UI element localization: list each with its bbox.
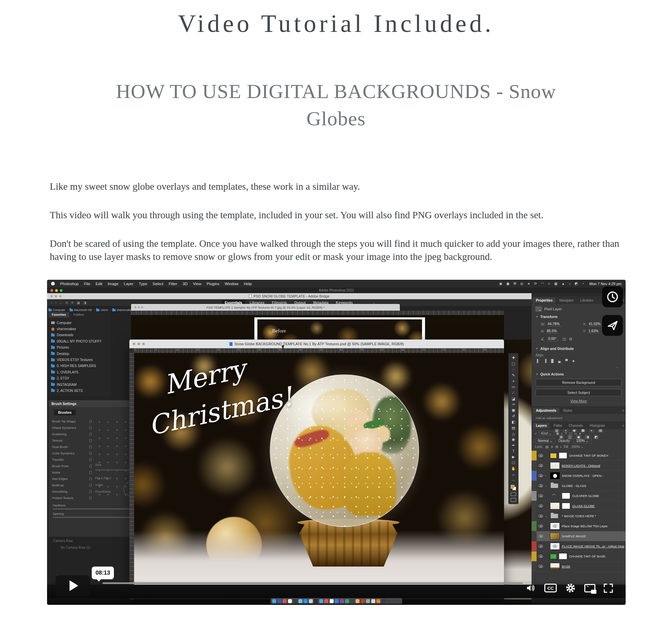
brush-option[interactable]: Color Dynamics bbox=[52, 450, 92, 456]
layer-row[interactable]: PLACE IMAGE ABOVE Th...er - Adjust Opaci… bbox=[532, 542, 626, 551]
filter-icon[interactable]: T bbox=[565, 431, 567, 435]
group-arrow-icon[interactable]: › bbox=[545, 474, 548, 477]
video-player[interactable]: Photoshop File Edit Image Layer Type Sel… bbox=[47, 280, 626, 605]
eye-icon[interactable] bbox=[538, 464, 543, 467]
minimize-icon bbox=[55, 289, 58, 292]
dock-app-icon[interactable] bbox=[324, 599, 328, 603]
eye-icon[interactable] bbox=[538, 555, 543, 558]
dock-app-icon[interactable] bbox=[293, 599, 297, 603]
brush-option[interactable]: Build-up bbox=[52, 482, 92, 488]
watch-later-button[interactable] bbox=[602, 286, 623, 307]
dock-app-icon[interactable] bbox=[330, 599, 334, 603]
dock-app-icon[interactable] bbox=[335, 599, 339, 603]
eye-icon[interactable] bbox=[538, 525, 543, 528]
layer-row[interactable]: BOKEH LIGHTS - Optional bbox=[532, 461, 626, 471]
eye-icon[interactable] bbox=[538, 484, 543, 487]
lock-icon[interactable]: ✛ bbox=[550, 445, 553, 449]
lock-icon[interactable]: ▨ bbox=[545, 445, 548, 449]
dock-app-icon[interactable] bbox=[309, 599, 313, 603]
view-more-link[interactable]: View More bbox=[535, 399, 622, 403]
eye-icon[interactable] bbox=[538, 545, 543, 548]
group-arrow-icon[interactable]: ⌄ bbox=[545, 484, 548, 487]
dock-app-icon[interactable] bbox=[272, 599, 276, 603]
brush-option[interactable]: Protect Texture bbox=[52, 495, 92, 501]
brush-option[interactable]: Transfer bbox=[52, 456, 92, 463]
lock-icon[interactable]: ▪ bbox=[560, 445, 561, 449]
dock-app-icon[interactable] bbox=[288, 599, 292, 603]
progress-bar[interactable] bbox=[102, 582, 523, 584]
volume-button[interactable] bbox=[525, 583, 536, 593]
dock-app-icon[interactable] bbox=[356, 599, 360, 603]
layer-row[interactable]: SAMPLE IMAGE bbox=[532, 531, 626, 542]
filter-icon[interactable]: ▢ bbox=[569, 431, 572, 435]
layer-row[interactable]: ⌄ GLOBE - GLASS bbox=[532, 481, 626, 491]
layer-row[interactable]: BASE bbox=[532, 561, 626, 572]
layer-row[interactable]: CLEARER GLOBE bbox=[532, 491, 626, 501]
brush-option[interactable]: Brush Pose bbox=[52, 463, 92, 469]
ruler-number: 80 bbox=[462, 348, 482, 353]
eye-icon[interactable] bbox=[538, 494, 543, 497]
brushes-tab[interactable]: Brushes bbox=[54, 410, 76, 416]
share-button[interactable] bbox=[602, 315, 623, 336]
ruler-number: 30 bbox=[257, 348, 278, 353]
layer-row[interactable]: › SNOW OVERLAYS - OPEN - bbox=[532, 471, 626, 481]
tool-icon: ▭ bbox=[512, 384, 515, 390]
dock-app-icon[interactable] bbox=[371, 599, 375, 603]
settings-button[interactable] bbox=[565, 583, 576, 594]
eye-icon[interactable] bbox=[538, 535, 543, 538]
dock-app-icon[interactable] bbox=[298, 599, 303, 603]
dock-app-icon[interactable] bbox=[314, 599, 318, 603]
dock-app-icon[interactable] bbox=[304, 599, 308, 603]
layer-row[interactable]: CHANGE TINT OF BOKEH bbox=[532, 451, 626, 461]
brush-option[interactable]: Shape Dynamics bbox=[52, 425, 92, 431]
eye-icon[interactable] bbox=[538, 474, 543, 477]
group-arrow-icon[interactable]: ⌄ bbox=[545, 514, 548, 518]
kind-filter[interactable]: Kind ⌄ bbox=[539, 431, 554, 436]
lock-icon[interactable]: ⊞ bbox=[555, 445, 558, 449]
dock-app-icon[interactable] bbox=[319, 599, 323, 603]
dock-app-icon[interactable] bbox=[361, 599, 365, 603]
brush-option[interactable]: Noise bbox=[52, 469, 92, 476]
brush-option[interactable]: Texture bbox=[52, 437, 92, 444]
fullscreen-button[interactable] bbox=[604, 584, 613, 593]
layer-row[interactable]: CHANGE TINT OF BASE bbox=[532, 551, 626, 561]
opacity-select[interactable]: 100% ⌄ bbox=[573, 438, 592, 443]
layer-row[interactable]: ⌄ * IMAGE GOES HERE * bbox=[532, 511, 626, 521]
dock-app-icon[interactable] bbox=[283, 599, 287, 603]
eye-icon[interactable] bbox=[538, 454, 543, 457]
layer-row[interactable]: GLASS GLOBE bbox=[532, 501, 626, 511]
fill-select[interactable]: 100% ⌄ bbox=[571, 445, 584, 449]
dock-app-icon[interactable] bbox=[345, 599, 349, 603]
brush-option[interactable]: Smoothing bbox=[52, 488, 92, 495]
search-icon: ⌕ bbox=[535, 431, 537, 435]
pip-button[interactable] bbox=[584, 584, 595, 593]
brush-option[interactable]: Wet Edges bbox=[52, 476, 92, 482]
brush-option[interactable]: Dual Brush bbox=[52, 444, 92, 450]
dock-app-icon[interactable] bbox=[376, 599, 380, 603]
filter-icon[interactable]: ● bbox=[579, 431, 581, 435]
hardness-slider[interactable] bbox=[53, 508, 140, 509]
menu-item: Edit bbox=[96, 282, 102, 286]
eye-icon[interactable] bbox=[538, 565, 543, 568]
play-button[interactable] bbox=[55, 575, 90, 596]
eye-icon[interactable] bbox=[538, 504, 543, 507]
filter-icon[interactable]: ▣ bbox=[556, 431, 559, 435]
captions-button[interactable]: CC bbox=[544, 584, 557, 593]
brush-option[interactable]: Scattering bbox=[52, 431, 92, 437]
filter-icon[interactable]: ▭ bbox=[574, 431, 577, 435]
breadcrumb-item: Macintosh HD › bbox=[70, 308, 95, 312]
select-subject-button[interactable]: Select Subject bbox=[535, 389, 622, 396]
dock-app-icon[interactable] bbox=[278, 599, 282, 603]
eye-icon[interactable] bbox=[538, 514, 543, 518]
blend-mode-select[interactable]: Normal ⌄ bbox=[535, 438, 555, 443]
dock-app-icon[interactable] bbox=[366, 599, 370, 603]
layer-row[interactable]: Place Image BELOW This Layer bbox=[532, 521, 626, 531]
dock-app-icon[interactable] bbox=[382, 599, 386, 603]
layer-thumbnail bbox=[550, 523, 560, 530]
spacing-slider[interactable] bbox=[53, 517, 140, 518]
dock-app-icon[interactable] bbox=[351, 599, 355, 603]
remove-background-button[interactable]: Remove Background bbox=[535, 379, 622, 386]
filter-icon[interactable]: ◐ bbox=[561, 431, 563, 435]
brush-option[interactable]: Brush Tip Shape bbox=[52, 418, 92, 425]
dock-app-icon[interactable] bbox=[340, 599, 344, 603]
